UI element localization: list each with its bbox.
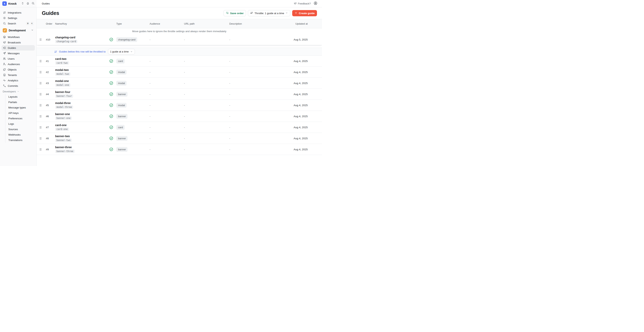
guide-type-badge: changelog-card: [116, 37, 137, 42]
drag-handle-icon[interactable]: [39, 71, 46, 74]
unthrottled-section: Move guides here to ignore the throttle …: [36, 28, 322, 45]
drag-handle-icon[interactable]: [39, 93, 46, 96]
throttle-button[interactable]: Throttle: 1 guide at a time: [248, 10, 290, 16]
guide-type-badge: modal: [116, 103, 126, 108]
guide-type-badge: banner: [116, 114, 128, 119]
guide-row[interactable]: #7card-onecard-onecard---Aug 4, 2025: [36, 122, 322, 133]
chevron-down-icon: [286, 12, 288, 15]
sidebar-item-layouts[interactable]: Layouts: [6, 94, 35, 99]
guide-row[interactable]: #2modal-twomodal-twomodal---Aug 4, 2025: [36, 67, 322, 78]
sidebar-item-guides[interactable]: Guides: [2, 45, 35, 51]
guide-url-path: -: [184, 115, 229, 118]
workspace-expand-button[interactable]: [21, 2, 24, 6]
guide-row[interactable]: #10changelog-cardchangelog-cardchangelog…: [36, 34, 322, 45]
guide-updated-at: Aug 4, 2025: [275, 137, 308, 140]
breadcrumb[interactable]: Guides: [42, 2, 50, 5]
guide-name: banner-two: [55, 135, 70, 138]
guide-key-badge: banner-four: [55, 94, 73, 98]
create-guide-button[interactable]: Create guide: [292, 10, 317, 16]
guide-row[interactable]: #3modal-onemodal-onemodal---Aug 4, 2025: [36, 78, 322, 89]
sidebar-item-label: Messages: [8, 52, 20, 55]
guide-row[interactable]: #5modal-threemodal-threemodal---Aug 4, 2…: [36, 100, 322, 111]
guide-name-key[interactable]: modal-onemodal-one: [55, 79, 109, 87]
guide-row[interactable]: #9banner-threebanner-threebanner---Aug 4…: [36, 144, 322, 155]
workspace-switcher[interactable]: k Knock: [2, 1, 17, 6]
guide-type-badge: banner: [116, 92, 128, 97]
guide-row[interactable]: #6banner-onebanner-onebanner---Aug 4, 20…: [36, 111, 322, 122]
drag-handle-icon[interactable]: [39, 137, 46, 140]
save-order-button[interactable]: Save order: [224, 10, 246, 16]
sidebar-item-objects[interactable]: Objects: [2, 67, 35, 72]
guide-row[interactable]: #8banner-twobanner-twobanner---Aug 4, 20…: [36, 133, 322, 144]
sidebar-item-sources[interactable]: Sources: [6, 127, 35, 132]
guide-type-cell: changelog-card: [116, 37, 150, 42]
environment-switcher[interactable]: Development: [2, 27, 35, 34]
megaphone-icon: [294, 2, 297, 6]
sidebar-item-broadcasts[interactable]: Broadcasts: [2, 40, 35, 45]
guide-order: #5: [46, 104, 55, 107]
sidebar-item-integrations[interactable]: Integrations: [2, 10, 35, 15]
guide-audience: -: [150, 137, 184, 140]
active-check-circle-icon: [109, 92, 116, 96]
drag-handle-icon[interactable]: [39, 148, 46, 151]
sidebar-item-workflows[interactable]: Workflows: [2, 34, 35, 40]
sidebar-item-partials[interactable]: Partials: [6, 99, 35, 105]
person-check-icon: [3, 63, 6, 66]
feedback-link[interactable]: Feedback?: [294, 2, 311, 6]
drag-handle-icon[interactable]: [39, 60, 46, 63]
guide-audience: -: [150, 104, 184, 107]
guide-name-key[interactable]: card-twocard-two: [55, 57, 109, 65]
drag-handle-icon[interactable]: [39, 115, 46, 118]
drag-handle-icon[interactable]: [39, 82, 46, 85]
guide-row[interactable]: #1card-twocard-twocard---Aug 4, 2025: [36, 56, 322, 67]
sidebar-item-webhooks[interactable]: Webhooks: [6, 132, 35, 137]
sidebar-item-messages[interactable]: Messages: [2, 51, 35, 56]
guide-description: -: [229, 115, 275, 118]
drag-handle-icon[interactable]: [39, 126, 46, 129]
guide-name-key[interactable]: banner-twobanner-two: [55, 135, 109, 142]
sidebar-item-search[interactable]: Search⌘K: [2, 21, 35, 26]
sidebar-item-preferences[interactable]: Preferences: [6, 116, 35, 121]
notifications-button[interactable]: [26, 2, 30, 6]
column-header-url-path: URL path: [184, 22, 229, 25]
workspace-name: Knock: [8, 2, 17, 5]
sidebar-item-message-types[interactable]: Message types: [6, 105, 35, 110]
guide-name-key[interactable]: changelog-cardchangelog-card: [55, 36, 109, 43]
guide-name-key[interactable]: banner-threebanner-three: [55, 146, 109, 153]
guide-name-key[interactable]: banner-fourbanner-four: [55, 91, 109, 98]
guide-type-cell: banner: [116, 136, 150, 141]
sidebar-item-api-keys[interactable]: API keys: [6, 110, 35, 116]
sidebar-item-analytics[interactable]: Analytics: [2, 78, 35, 83]
chevron-down-icon: [17, 90, 19, 93]
developers-section-header[interactable]: Developers: [2, 89, 35, 94]
throttle-count-select[interactable]: 1 guide at a time: [108, 49, 135, 55]
git-branch-icon: [3, 28, 7, 33]
guide-audience: -: [150, 71, 184, 74]
guide-order: #3: [46, 82, 55, 85]
sidebar-item-tenants[interactable]: Tenants: [2, 72, 35, 78]
search-button[interactable]: [31, 2, 35, 6]
guide-updated-at: Aug 4, 2025: [275, 126, 308, 129]
account-menu-button[interactable]: [314, 2, 317, 6]
sidebar-item-commits[interactable]: Commits: [2, 83, 35, 89]
sidebar-item-label: Search: [8, 22, 16, 25]
drag-handle-icon[interactable]: [39, 104, 46, 107]
guide-name-key[interactable]: modal-threemodal-three: [55, 102, 109, 109]
sidebar-item-translations[interactable]: Translations: [6, 137, 35, 143]
guide-key-badge: changelog-card: [55, 40, 78, 43]
throttle-divider-label[interactable]: Guides below this row will be throttled …: [59, 50, 106, 53]
sidebar-item-logs[interactable]: Logs: [6, 121, 35, 127]
column-header-type: Type: [116, 22, 150, 25]
guide-order: #6: [46, 115, 55, 118]
guide-name-key[interactable]: card-onecard-one: [55, 124, 109, 131]
sidebar-item-users[interactable]: Users: [2, 56, 35, 61]
sidebar-item-audiences[interactable]: Audiences: [2, 61, 35, 67]
guide-audience: -: [150, 115, 184, 118]
guide-name-key[interactable]: modal-twomodal-two: [55, 68, 109, 76]
sidebar-item-settings[interactable]: Settings: [2, 15, 35, 21]
guide-row[interactable]: #4banner-fourbanner-fourbanner---Aug 4, …: [36, 89, 322, 100]
drag-handle-icon[interactable]: [39, 38, 46, 41]
throttle-divider-row: Guides below this row will be throttled …: [36, 48, 322, 56]
guide-name-key[interactable]: banner-onebanner-one: [55, 113, 109, 120]
guide-url-path: -: [184, 137, 229, 140]
